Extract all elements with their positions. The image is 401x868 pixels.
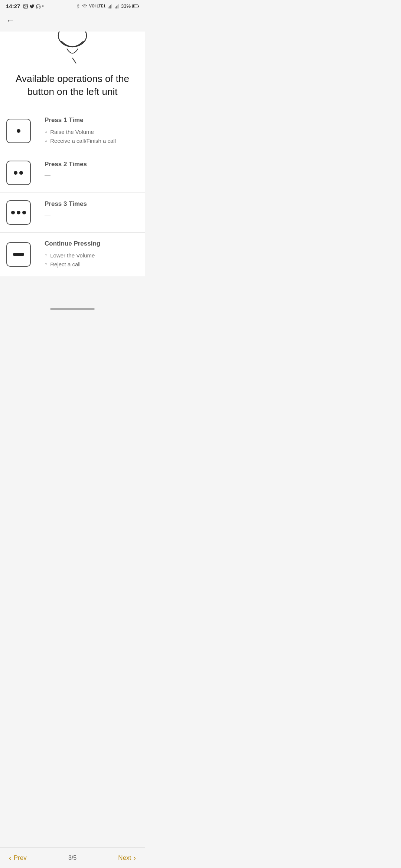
long-dash bbox=[13, 253, 24, 256]
hero-illustration bbox=[50, 32, 95, 65]
home-indicator bbox=[0, 306, 145, 313]
press2-text-cell: Press 2 Times — bbox=[37, 153, 145, 193]
wifi-icon bbox=[82, 4, 88, 9]
continue-title: Continue Pressing bbox=[45, 240, 139, 247]
content-area: Press 1 Time Raise the Volume Receive a … bbox=[0, 109, 145, 276]
dot-1 bbox=[11, 211, 15, 214]
svg-point-1 bbox=[25, 5, 25, 6]
dot-2 bbox=[19, 171, 23, 175]
status-bar: 14:27 • VOl LTE1 33% bbox=[0, 0, 145, 11]
press1-item-1: Raise the Volume bbox=[45, 128, 139, 137]
press1-icon-cell bbox=[0, 109, 37, 153]
battery-percent: 33% bbox=[121, 3, 131, 9]
svg-rect-13 bbox=[138, 5, 139, 7]
battery-icon bbox=[132, 4, 139, 9]
press3-icon bbox=[6, 200, 31, 225]
operation-row-press1: Press 1 Time Raise the Volume Receive a … bbox=[0, 109, 145, 153]
status-time: 14:27 bbox=[6, 3, 20, 9]
operation-row-press2: Press 2 Times — bbox=[0, 153, 145, 193]
status-icons-right: VOl LTE1 33% bbox=[76, 3, 139, 9]
press3-text-cell: Press 3 Times — bbox=[37, 193, 145, 232]
hero-section bbox=[0, 32, 145, 65]
continue-icon bbox=[6, 242, 31, 267]
press2-title: Press 2 Times bbox=[45, 161, 139, 168]
page-title: Available operations of the button on th… bbox=[9, 72, 136, 98]
continue-item-1: Lower the Volume bbox=[45, 251, 139, 260]
svg-rect-12 bbox=[133, 5, 134, 7]
bluetooth-icon bbox=[76, 4, 80, 9]
press3-dash: — bbox=[45, 211, 139, 218]
single-dot bbox=[17, 129, 20, 133]
notification-dot: • bbox=[42, 4, 43, 9]
dot-3 bbox=[22, 211, 26, 214]
press3-icon-cell bbox=[0, 193, 37, 232]
status-notification-icons: • bbox=[23, 4, 43, 9]
svg-rect-5 bbox=[110, 5, 111, 8]
press2-dash: — bbox=[45, 172, 139, 178]
press1-item-2: Receive a call/Finish a call bbox=[45, 137, 139, 145]
dot-2 bbox=[17, 211, 20, 214]
headphone-icon bbox=[36, 4, 41, 9]
operations-table: Press 1 Time Raise the Volume Receive a … bbox=[0, 109, 145, 276]
svg-rect-6 bbox=[111, 4, 112, 9]
press1-title: Press 1 Time bbox=[45, 116, 139, 124]
svg-line-15 bbox=[72, 58, 76, 63]
press3-title: Press 3 Times bbox=[45, 200, 139, 208]
lte-label: VOl LTE1 bbox=[89, 4, 105, 8]
svg-rect-4 bbox=[109, 6, 110, 8]
dot-1 bbox=[14, 171, 17, 175]
signal-icon-2 bbox=[114, 4, 120, 9]
press1-icon bbox=[6, 119, 31, 143]
twitter-icon bbox=[29, 4, 35, 9]
signal-icon bbox=[107, 4, 113, 9]
continue-icon-cell bbox=[0, 233, 37, 276]
press2-icon-cell bbox=[0, 153, 37, 193]
continue-list: Lower the Volume Reject a call bbox=[45, 251, 139, 269]
press2-icon bbox=[6, 161, 31, 185]
svg-rect-9 bbox=[117, 5, 118, 8]
svg-rect-7 bbox=[115, 7, 115, 9]
svg-rect-10 bbox=[118, 4, 119, 9]
operation-row-press3: Press 3 Times — bbox=[0, 193, 145, 232]
gallery-icon bbox=[23, 4, 28, 9]
svg-rect-8 bbox=[116, 6, 117, 8]
continue-item-2: Reject a call bbox=[45, 260, 139, 269]
operation-row-continue: Continue Pressing Lower the Volume Rejec… bbox=[0, 232, 145, 276]
page-title-section: Available operations of the button on th… bbox=[0, 65, 145, 109]
svg-point-14 bbox=[58, 32, 87, 47]
press1-list: Raise the Volume Receive a call/Finish a… bbox=[45, 128, 139, 145]
svg-rect-3 bbox=[108, 7, 108, 9]
header: ← bbox=[0, 11, 145, 32]
home-bar bbox=[50, 308, 95, 310]
press1-text-cell: Press 1 Time Raise the Volume Receive a … bbox=[37, 109, 145, 153]
status-left: 14:27 • bbox=[6, 3, 44, 9]
continue-text-cell: Continue Pressing Lower the Volume Rejec… bbox=[37, 233, 145, 276]
back-button[interactable]: ← bbox=[6, 14, 18, 27]
